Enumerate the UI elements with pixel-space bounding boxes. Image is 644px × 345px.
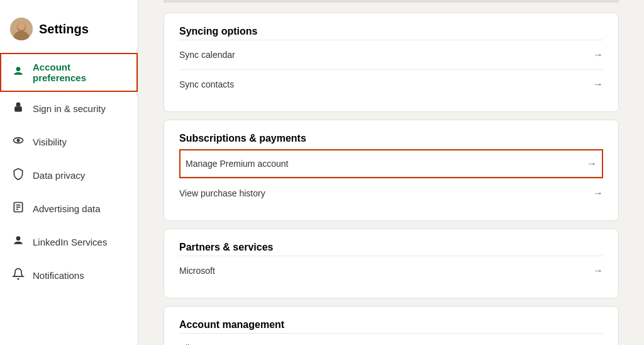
- sync-contacts-arrow: →: [593, 79, 603, 90]
- avatar: [10, 18, 33, 40]
- view-purchase-history-arrow: →: [593, 188, 603, 199]
- person-icon: [11, 65, 25, 81]
- sync-contacts-label: Sync contacts: [179, 79, 234, 89]
- subscriptions-payments-title: Subscriptions & payments: [179, 133, 603, 144]
- sync-calendar-item[interactable]: Sync calendar →: [179, 40, 603, 69]
- manage-premium-label: Manage Premium account: [186, 159, 288, 169]
- hibernate-account-item[interactable]: Hibernate account →: [179, 333, 603, 345]
- sidebar-item-advertising-data[interactable]: Advertising data: [0, 192, 138, 225]
- partners-services-title: Partners & services: [179, 242, 603, 253]
- svg-rect-5: [14, 106, 22, 111]
- shield-icon: [11, 167, 25, 183]
- sidebar-item-linkedin-services-label: LinkedIn Services: [33, 237, 107, 247]
- sidebar-item-account-preferences-label: Account preferences: [33, 62, 126, 83]
- bell-icon: [11, 268, 25, 283]
- manage-premium-item[interactable]: Manage Premium account →: [179, 149, 603, 178]
- sync-calendar-label: Sync calendar: [179, 50, 235, 60]
- linkedin-services-icon: [11, 234, 25, 250]
- sidebar-item-data-privacy-label: Data privacy: [33, 170, 85, 181]
- lock-icon: [11, 101, 25, 116]
- microsoft-label: Microsoft: [179, 266, 215, 276]
- doc-icon: [11, 201, 25, 217]
- svg-point-3: [18, 23, 25, 30]
- page-title: Settings: [39, 22, 89, 37]
- syncing-options-section: Syncing options Sync calendar → Sync con…: [164, 13, 619, 112]
- sidebar: Settings Account preferences Sign in & s…: [0, 0, 138, 345]
- top-divider: [164, 0, 619, 3]
- main-content: Syncing options Sync calendar → Sync con…: [138, 0, 644, 345]
- microsoft-arrow: →: [593, 265, 603, 276]
- account-management-title: Account management: [179, 319, 603, 331]
- sidebar-item-data-privacy[interactable]: Data privacy: [0, 159, 138, 192]
- sidebar-item-visibility-label: Visibility: [33, 137, 67, 147]
- manage-premium-arrow: →: [587, 158, 597, 169]
- microsoft-item[interactable]: Microsoft →: [179, 256, 603, 285]
- sidebar-item-sign-in-security[interactable]: Sign in & security: [0, 92, 138, 125]
- sidebar-nav: Account preferences Sign in & security V…: [0, 53, 138, 292]
- svg-point-7: [17, 139, 20, 142]
- sidebar-item-sign-in-security-label: Sign in & security: [33, 103, 106, 114]
- eye-icon: [11, 134, 25, 150]
- view-purchase-history-item[interactable]: View purchase history →: [179, 178, 603, 208]
- account-management-section: Account management Hibernate account → C…: [164, 306, 619, 345]
- sidebar-item-advertising-data-label: Advertising data: [33, 203, 101, 214]
- sync-calendar-arrow: →: [593, 49, 603, 60]
- svg-point-12: [16, 236, 21, 240]
- sidebar-item-notifications[interactable]: Notifications: [0, 259, 138, 292]
- subscriptions-payments-section: Subscriptions & payments Manage Premium …: [164, 120, 619, 221]
- sidebar-item-visibility[interactable]: Visibility: [0, 125, 138, 159]
- sidebar-item-notifications-label: Notifications: [33, 270, 84, 281]
- hibernate-account-arrow: →: [593, 342, 603, 345]
- sync-contacts-item[interactable]: Sync contacts →: [179, 69, 603, 99]
- sidebar-header: Settings: [0, 13, 138, 53]
- sidebar-item-linkedin-services[interactable]: LinkedIn Services: [0, 225, 138, 259]
- view-purchase-history-label: View purchase history: [179, 188, 265, 198]
- partners-services-section: Partners & services Microsoft →: [164, 229, 619, 298]
- syncing-options-title: Syncing options: [179, 26, 603, 37]
- sidebar-item-account-preferences[interactable]: Account preferences: [0, 53, 138, 92]
- svg-point-4: [16, 67, 21, 71]
